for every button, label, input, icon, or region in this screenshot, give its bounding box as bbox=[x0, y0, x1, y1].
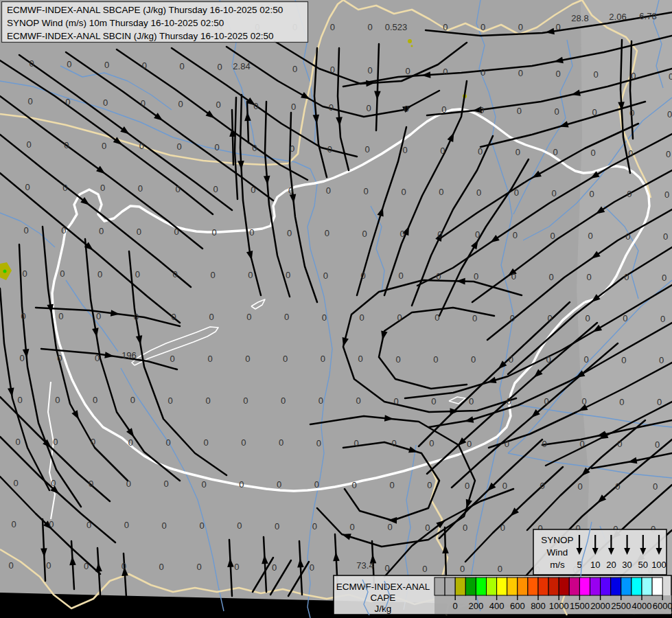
station-value: 0 bbox=[124, 520, 129, 530]
colorbar-tick-label: 2000 bbox=[590, 601, 610, 611]
station-value: 0 bbox=[624, 272, 629, 282]
station-value: 0 bbox=[279, 437, 283, 448]
station-value: 0 bbox=[176, 184, 181, 194]
station-value: 0 bbox=[174, 227, 179, 237]
station-value: 0 bbox=[662, 273, 667, 283]
station-value: 0 bbox=[361, 271, 366, 281]
station-value: 0 bbox=[401, 187, 406, 197]
cape-colorbar: 0200400600800100015002000250040006000 bbox=[435, 577, 672, 611]
station-value: 0 bbox=[203, 437, 208, 448]
station-value: 0 bbox=[404, 104, 408, 114]
station-value: 0 bbox=[365, 144, 370, 154]
station-value: 0 bbox=[480, 67, 485, 78]
station-value: 0 bbox=[653, 481, 658, 492]
station-value-special: 2.06 bbox=[609, 12, 626, 22]
station-value: 0 bbox=[287, 228, 292, 238]
station-value: 0 bbox=[581, 396, 586, 407]
station-value: 0 bbox=[95, 353, 100, 363]
colorbar-tick-label: 200 bbox=[469, 601, 484, 611]
station-value: 0 bbox=[589, 189, 594, 199]
colorbar-cell bbox=[445, 577, 455, 595]
station-value: 0 bbox=[395, 354, 400, 365]
station-value: 0 bbox=[469, 396, 474, 407]
station-value: 0 bbox=[65, 97, 70, 107]
station-value: 0 bbox=[177, 141, 182, 152]
station-value: 0 bbox=[540, 481, 545, 491]
station-value: 0 bbox=[292, 64, 297, 74]
station-value: 0 bbox=[138, 183, 143, 194]
station-value: 0 bbox=[548, 313, 553, 323]
station-value: 0 bbox=[384, 563, 389, 573]
station-value: 0 bbox=[507, 396, 511, 407]
station-value: 0 bbox=[467, 439, 472, 449]
station-value: 0 bbox=[126, 479, 131, 489]
station-value: 0 bbox=[103, 98, 108, 108]
station-value: 0 bbox=[321, 354, 325, 364]
station-value: 0 bbox=[46, 560, 51, 571]
station-value: 0 bbox=[166, 437, 171, 448]
station-value: 0 bbox=[397, 312, 402, 323]
wind-speed-label: 10 bbox=[590, 560, 600, 570]
station-value: 0 bbox=[577, 481, 582, 492]
station-value: 0 bbox=[325, 228, 329, 238]
station-value: 0 bbox=[272, 562, 277, 573]
colorbar-tick-label: 4000 bbox=[632, 601, 652, 611]
station-value: 0 bbox=[402, 145, 407, 155]
station-value: 0 bbox=[556, 22, 561, 32]
station-value: 0 bbox=[517, 106, 522, 116]
colorbar-cell bbox=[621, 577, 632, 595]
title-line-sbcin: ECMWF-INDEX-ANAL SBCIN (J/kg) Thursday 1… bbox=[7, 31, 274, 41]
station-value: 0 bbox=[329, 102, 334, 113]
station-value: 0 bbox=[436, 271, 441, 282]
cape-legend-unit: J/kg bbox=[375, 604, 392, 614]
station-value: 0 bbox=[368, 22, 373, 32]
station-value: 0 bbox=[663, 231, 668, 242]
station-value: 0 bbox=[22, 268, 27, 279]
station-value: 0 bbox=[23, 225, 28, 236]
station-value: 0 bbox=[660, 314, 665, 324]
station-value: 0 bbox=[590, 148, 595, 158]
station-value: 0 bbox=[283, 354, 288, 364]
station-value: 0 bbox=[429, 438, 434, 448]
colorbar-cell bbox=[538, 577, 548, 595]
station-value: 0 bbox=[277, 479, 281, 490]
station-value: 0 bbox=[579, 439, 584, 449]
colorbar-cell bbox=[611, 577, 621, 595]
station-value: 0 bbox=[664, 190, 669, 200]
station-value: 0 bbox=[631, 71, 636, 81]
station-value: 0 bbox=[628, 148, 633, 159]
station-value: 0 bbox=[465, 481, 470, 491]
station-value: 0 bbox=[180, 61, 185, 71]
station-value: 0 bbox=[57, 353, 62, 363]
station-value: 0 bbox=[549, 272, 554, 282]
wind-speed-label: 50 bbox=[638, 560, 648, 570]
station-value: 0 bbox=[275, 521, 279, 531]
colorbar-cell bbox=[476, 577, 486, 595]
station-value: 0 bbox=[15, 437, 20, 447]
station-value: 0 bbox=[431, 396, 436, 407]
station-value: 0 bbox=[121, 561, 126, 571]
station-value: 0 bbox=[422, 564, 427, 574]
colorbar-cell bbox=[507, 577, 518, 595]
colorbar-tick-label: 2500 bbox=[611, 601, 631, 611]
station-value: 0 bbox=[583, 354, 588, 365]
station-value: 0 bbox=[389, 480, 394, 490]
station-value: 0 bbox=[433, 354, 438, 365]
colorbar-cell bbox=[518, 577, 528, 595]
station-value: 0 bbox=[511, 271, 516, 282]
station-value: 0 bbox=[314, 479, 319, 490]
synop-wind-legend: SYNOP Wind m/s 510203050100 bbox=[533, 529, 667, 575]
station-value: 0 bbox=[556, 69, 561, 79]
station-value: 0 bbox=[471, 354, 476, 365]
station-value: 0 bbox=[216, 100, 220, 110]
station-value: 0 bbox=[437, 229, 442, 240]
station-value: 0 bbox=[281, 396, 286, 406]
station-value: 0 bbox=[97, 269, 102, 279]
title-box: ECMWF-INDEX-ANAL SBCAPE (J/kg) Thursday … bbox=[2, 2, 308, 43]
colorbar-cell bbox=[487, 577, 497, 595]
cape-legend-title: ECMWF-INDEX-ANAL bbox=[336, 582, 430, 592]
colorbar-tick-label: 1500 bbox=[570, 601, 590, 611]
station-value: 0 bbox=[480, 22, 485, 32]
synop-legend-title: SYNOP bbox=[541, 535, 573, 545]
station-value: 0 bbox=[358, 354, 363, 364]
